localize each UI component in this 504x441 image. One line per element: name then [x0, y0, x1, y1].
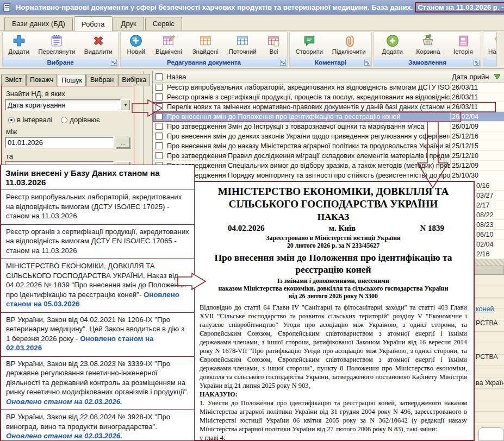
ribbon-button[interactable]: Поточний	[226, 33, 260, 55]
list-row[interactable]: Перелік нових та змінених нормативно-пра…	[153, 102, 504, 112]
menu-tab[interactable]: Друк	[114, 17, 144, 30]
date-column-header[interactable]: Дата прийн	[452, 73, 489, 81]
row-title: Про затвердження Спеціальних вимог до ві…	[167, 162, 451, 169]
ribbon-button[interactable]: Відмічені	[152, 33, 185, 55]
row-date: 26/01/09	[452, 123, 478, 130]
select-all-checkbox[interactable]	[155, 73, 163, 80]
list-row[interactable]: Про внесення змін до наказу Міністерства…	[153, 141, 504, 151]
updates-item[interactable]: Реєстр випробувальних лабораторій, акред…	[1, 190, 194, 225]
doc-date: 04.02.2026	[228, 224, 265, 233]
clipped-row-date: 08/23	[475, 220, 504, 230]
ribbon-button[interactable]: Видалити	[81, 33, 116, 55]
row-title: Про затвердження Правил дослідження мігр…	[167, 152, 451, 160]
row-date: 25/12/09	[452, 162, 478, 169]
menu-tab[interactable]: Сервіс	[145, 17, 182, 30]
ribbon-group-caption: Замовлення	[374, 58, 481, 67]
ribbon-button-label: Створити	[295, 48, 322, 55]
clipped-row-date: 03/27	[475, 191, 504, 200]
group-expander-icon[interactable]	[280, 60, 286, 66]
ribbon-button[interactable]: Додати	[5, 33, 33, 55]
radio-interval[interactable]: в інтервалі	[8, 116, 52, 124]
row-title: Про внесення змін до наказу Міністерства…	[167, 142, 451, 150]
horizontal-scrollbar[interactable]	[475, 266, 504, 275]
group-expander-icon[interactable]	[111, 60, 117, 66]
list-row[interactable]: Реєстр органів з сертифікації продукції,…	[153, 92, 504, 102]
row-checkbox[interactable]	[155, 133, 163, 140]
row-title: Про затвердження Порядку моніторингу та …	[167, 172, 451, 179]
updates-item[interactable]: ВР України, Закон від 22.08.2024 № 3928-…	[1, 410, 194, 441]
menu-tab[interactable]: Робота	[74, 16, 113, 31]
updates-item[interactable]: ВР України, Закон від 23.08.2023 № 3339-…	[1, 357, 194, 411]
menu-tab-bar: Бази даних (БД)РоботаДрукСервіс	[0, 15, 504, 31]
updates-item-text: Реєстр органів з сертифікації продукції,…	[6, 228, 189, 255]
row-date: 26/02/04	[452, 113, 478, 121]
radio-equals[interactable]: дорівнює	[61, 116, 99, 124]
chevron-down-icon[interactable]: ▼	[121, 99, 130, 111]
name-column-header[interactable]: Назва	[166, 73, 186, 81]
ribbon-button[interactable]: Створити	[292, 33, 326, 55]
ribbon-button[interactable]: Переглянути	[35, 33, 78, 55]
row-date: 26/03/11	[452, 84, 478, 91]
ribbon-button[interactable]: На п	[484, 33, 497, 55]
ribbon-button-label: Знайдені	[192, 48, 219, 55]
ribbon-group-caption-text: Редагування документа	[167, 59, 241, 66]
search-field-select[interactable]	[5, 99, 121, 111]
ribbon-button[interactable]: Історія	[450, 33, 476, 55]
date-from-input[interactable]	[5, 137, 114, 148]
plus-blue-icon	[12, 34, 26, 48]
ribbon-group-caption-text: Замовлення	[408, 59, 446, 66]
doc-number: N 1839	[420, 224, 444, 233]
list-row[interactable]: Про затвердження Правил дослідження мігр…	[153, 151, 504, 161]
clipped-text-fragment: РСТВА	[476, 353, 498, 361]
list-row[interactable]: Про затвердження Спеціальних вимог до ві…	[153, 161, 504, 171]
list-row[interactable]: Про внесення змін до Положення про ідент…	[153, 112, 504, 122]
row-date: 25/12/16	[452, 133, 478, 140]
updates-item[interactable]: ВР України, Закон від 04.02.2021 № 1206-…	[1, 313, 194, 357]
menu-tab[interactable]: Бази даних (БД)	[4, 17, 73, 30]
list-row[interactable]: Про внесення змін до деяких законів Укра…	[153, 131, 504, 141]
browse-from-button[interactable]: ...	[116, 137, 130, 148]
row-checkbox[interactable]	[155, 152, 163, 159]
doc-paragraph: у главі 4:	[200, 433, 467, 441]
sort-desc-icon[interactable]	[493, 73, 501, 81]
left-pane-tab[interactable]: Вибран	[86, 74, 117, 86]
left-pane-tab[interactable]: Покажч	[26, 74, 57, 86]
left-pane-tab[interactable]: Вибірка	[118, 74, 150, 86]
list-row[interactable]: Реєстр випробувальних лабораторій, акред…	[153, 83, 504, 92]
ribbon-group-caption: Коментарі	[290, 58, 371, 67]
left-pane-tab[interactable]: Зміст	[1, 74, 26, 86]
row-checkbox[interactable]	[155, 84, 163, 91]
row-checkbox[interactable]	[155, 93, 163, 100]
star-partial-icon	[488, 34, 497, 48]
ribbon-button[interactable]: Корзина	[413, 33, 444, 55]
ribbon-button[interactable]: Новий	[123, 33, 148, 55]
clipped-row-date: 2/16	[475, 249, 504, 259]
doc-title: Про внесення змін до Положення про ідент…	[200, 251, 467, 275]
updates-item[interactable]: МІНІСТЕРСТВО ЕКОНОМІКИ, ДОВКІЛЛЯ ТА СІЛЬ…	[1, 259, 194, 313]
row-date: 26/03/11	[452, 103, 478, 111]
list-row[interactable]: Про затвердження Порядку моніторингу та …	[153, 171, 504, 180]
group-expander-icon[interactable]	[474, 60, 480, 66]
left-pane-tab[interactable]: Пошук	[58, 74, 86, 86]
document-preview: МІНІСТЕРСТВО ЕКОНОМІКИ, ДОВКІЛЛЯ ТА СІЛЬ…	[192, 181, 475, 441]
ribbon-button[interactable]: Всі	[263, 33, 284, 55]
list-row[interactable]: Про затвердження Змін до Інструкції з то…	[153, 122, 504, 131]
row-checkbox[interactable]	[155, 123, 163, 130]
ribbon-button-label: Відмічені	[155, 48, 182, 55]
updates-item-text: ВР України, Закон від 22.08.2024 № 3928-…	[6, 413, 170, 431]
updates-item-text: ВР України, Закон від 23.08.2023 № 3339-…	[6, 360, 189, 396]
app-icon	[3, 3, 11, 12]
updates-item-text: Реєстр випробувальних лабораторій, акред…	[6, 193, 182, 220]
row-checkbox[interactable]	[155, 142, 163, 149]
updates-item[interactable]: Реєстр органів з сертифікації продукції,…	[1, 225, 194, 260]
doc-paragraph: 1. Унести до Положення про ідентифікацію…	[200, 399, 467, 433]
ribbon-button[interactable]: Знайдені	[189, 33, 222, 55]
group-expander-icon[interactable]	[364, 60, 370, 66]
row-checkbox[interactable]	[155, 113, 163, 120]
ribbon-button[interactable]: Підключити	[329, 33, 369, 55]
clipped-link-fragment[interactable]: коней	[476, 305, 494, 313]
doc-city: м. Київ	[329, 224, 356, 233]
ribbon-button[interactable]: Додати	[378, 33, 406, 55]
row-checkbox[interactable]	[155, 103, 163, 110]
grid-pen-icon	[161, 34, 176, 48]
